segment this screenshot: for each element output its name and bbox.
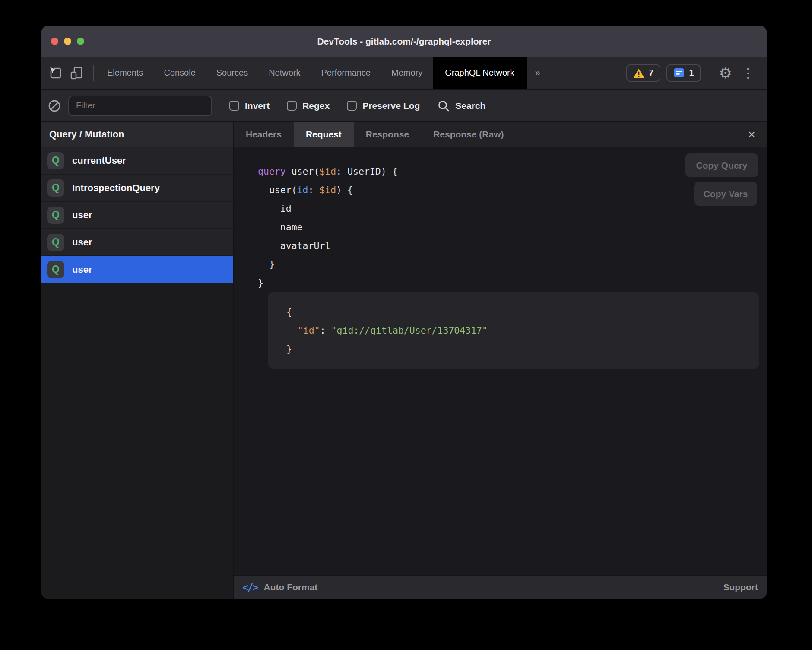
list-item-introspectionquery-1[interactable]: QIntrospectionQuery bbox=[41, 175, 233, 201]
checkbox-label-preserve-log: Preserve Log bbox=[362, 101, 420, 111]
list-item-label: user bbox=[72, 264, 92, 275]
checkbox-box-invert[interactable] bbox=[229, 101, 239, 111]
list-item-user-4[interactable]: Quser bbox=[41, 256, 233, 283]
panel-footer: </> Auto Format Support bbox=[234, 575, 767, 599]
warning-count: 7 bbox=[649, 68, 653, 78]
window-title: DevTools - gitlab.com/-/graphql-explorer bbox=[41, 36, 767, 47]
copy-query-button[interactable]: Copy Query bbox=[685, 153, 758, 177]
checkbox-invert[interactable]: Invert bbox=[229, 101, 270, 111]
issues-count: 1 bbox=[689, 68, 694, 78]
panel-tab-response-raw[interactable]: Response (Raw) bbox=[421, 122, 516, 147]
code-line: } bbox=[286, 340, 749, 358]
variables-card: { "id": "gid://gitlab/User/13704317"} bbox=[268, 292, 759, 369]
more-tabs-button[interactable]: » bbox=[527, 57, 549, 89]
more-options-icon[interactable]: ⋮ bbox=[738, 67, 758, 80]
checkbox-regex[interactable]: Regex bbox=[287, 101, 330, 111]
minimize-window-button[interactable] bbox=[64, 38, 71, 45]
main-tabs: ElementsConsoleSourcesNetworkPerformance… bbox=[97, 57, 527, 89]
request-list: QcurrentUserQIntrospectionQueryQuserQuse… bbox=[41, 147, 233, 284]
toolbar-divider bbox=[93, 65, 94, 81]
titlebar: DevTools - gitlab.com/-/graphql-explorer bbox=[41, 26, 767, 57]
tab-sources[interactable]: Sources bbox=[206, 57, 258, 89]
query-type-badge: Q bbox=[47, 207, 64, 224]
checkbox-label-regex: Regex bbox=[302, 101, 330, 111]
support-link[interactable]: Support bbox=[723, 582, 758, 593]
request-sidebar: Query / Mutation QcurrentUserQIntrospect… bbox=[41, 122, 234, 599]
list-item-label: IntrospectionQuery bbox=[72, 182, 160, 194]
device-toolbar-icon[interactable] bbox=[69, 66, 84, 80]
list-item-label: user bbox=[72, 237, 92, 248]
zoom-window-button[interactable] bbox=[77, 38, 84, 45]
code-format-icon: </> bbox=[242, 582, 258, 593]
filter-checkboxes: InvertRegexPreserve Log bbox=[229, 101, 420, 111]
close-window-button[interactable] bbox=[51, 38, 58, 45]
panel-tab-response[interactable]: Response bbox=[354, 122, 421, 147]
search-icon bbox=[437, 99, 450, 112]
panel-tabs: HeadersRequestResponseResponse (Raw)× bbox=[234, 122, 767, 147]
tab-network[interactable]: Network bbox=[258, 57, 311, 89]
code-line: { bbox=[286, 303, 749, 321]
detail-panel: HeadersRequestResponseResponse (Raw)× qu… bbox=[234, 122, 767, 599]
code-line: name bbox=[258, 218, 767, 236]
filter-bar: InvertRegexPreserve Log Search bbox=[41, 90, 767, 122]
list-item-label: currentUser bbox=[72, 155, 126, 166]
tabbar-right-controls: 7 1 ⚙ ⋮ bbox=[626, 57, 767, 89]
code-line: id bbox=[258, 199, 767, 218]
code-line: } bbox=[258, 255, 767, 274]
tab-memory[interactable]: Memory bbox=[381, 57, 433, 89]
tab-console[interactable]: Console bbox=[153, 57, 206, 89]
traffic-lights bbox=[51, 38, 84, 45]
devtools-tabbar: ElementsConsoleSourcesNetworkPerformance… bbox=[41, 57, 767, 90]
code-line: "id": "gid://gitlab/User/13704317" bbox=[286, 321, 749, 340]
auto-format-button[interactable]: Auto Format bbox=[264, 582, 318, 593]
checkbox-preserve-log[interactable]: Preserve Log bbox=[347, 101, 420, 111]
warning-icon bbox=[633, 68, 644, 78]
filter-input[interactable] bbox=[68, 96, 212, 116]
query-type-badge: Q bbox=[47, 234, 64, 251]
list-item-currentuser-0[interactable]: QcurrentUser bbox=[41, 147, 233, 174]
list-item-label: user bbox=[72, 210, 92, 221]
code-line: user(id: $id) { bbox=[258, 181, 767, 199]
devtools-window: DevTools - gitlab.com/-/graphql-explorer… bbox=[41, 26, 767, 599]
code-line: avatarUrl bbox=[258, 236, 767, 255]
request-detail-body: query user($id: UserID) { user(id: $id) … bbox=[234, 147, 767, 575]
graphql-query-code: query user($id: UserID) { user(id: $id) … bbox=[258, 162, 767, 292]
sidebar-header: Query / Mutation bbox=[41, 122, 233, 147]
issues-badge[interactable]: 1 bbox=[666, 64, 701, 82]
inspect-element-icon[interactable] bbox=[48, 66, 63, 80]
list-item-user-3[interactable]: Quser bbox=[41, 229, 233, 255]
controls-divider bbox=[710, 65, 710, 81]
search-label: Search bbox=[455, 101, 485, 111]
clear-filter-icon[interactable] bbox=[48, 99, 61, 113]
code-line: } bbox=[258, 274, 767, 292]
query-type-badge: Q bbox=[47, 179, 64, 197]
variables-json: { "id": "gid://gitlab/User/13704317"} bbox=[286, 303, 749, 358]
content-area: Query / Mutation QcurrentUserQIntrospect… bbox=[41, 122, 767, 599]
tab-performance[interactable]: Performance bbox=[311, 57, 381, 89]
panel-tab-request[interactable]: Request bbox=[294, 122, 354, 147]
tab-elements[interactable]: Elements bbox=[97, 57, 153, 89]
search-toggle[interactable]: Search bbox=[437, 99, 485, 112]
toolbar-icons bbox=[41, 57, 91, 89]
message-icon bbox=[673, 68, 685, 78]
settings-icon[interactable]: ⚙ bbox=[719, 66, 732, 80]
panel-tab-headers[interactable]: Headers bbox=[234, 122, 294, 147]
tab-graphql-network[interactable]: GraphQL Network bbox=[433, 57, 526, 89]
copy-vars-button[interactable]: Copy Vars bbox=[694, 182, 757, 206]
close-panel-icon[interactable]: × bbox=[743, 122, 760, 147]
query-type-badge: Q bbox=[47, 261, 64, 278]
checkbox-label-invert: Invert bbox=[245, 101, 270, 111]
query-type-badge: Q bbox=[47, 152, 64, 169]
checkbox-box-regex[interactable] bbox=[287, 101, 297, 111]
list-item-user-2[interactable]: Quser bbox=[41, 202, 233, 228]
checkbox-box-preserve-log[interactable] bbox=[347, 101, 357, 111]
warnings-badge[interactable]: 7 bbox=[626, 64, 660, 82]
